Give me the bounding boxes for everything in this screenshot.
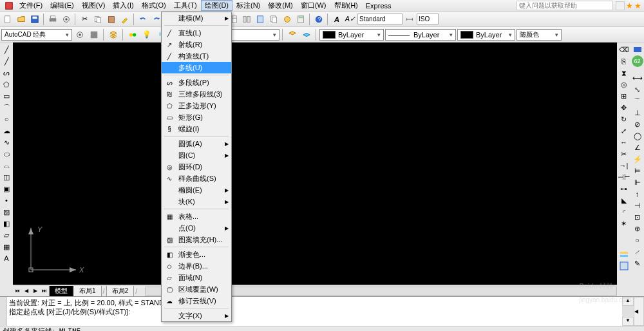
menu-file[interactable]: 文件(F) — [15, 0, 46, 11]
point-tool-icon[interactable]: • — [1, 194, 12, 206]
dim-style-icon[interactable] — [403, 13, 416, 26]
command-text[interactable]: 当前设置: 对正 = 上, 比例 = 20.00, 样式 = STANDARD … — [6, 297, 622, 326]
info-center-icon[interactable] — [616, 1, 625, 10]
trim-icon[interactable]: ✂ — [618, 148, 630, 160]
sheet-set-icon[interactable] — [267, 13, 280, 26]
dim-arc-icon[interactable]: ⌒ — [632, 95, 643, 107]
lineweight-dropdown[interactable]: ByLayer — [457, 29, 515, 41]
rect-tool-icon[interactable]: ▭ — [1, 90, 12, 102]
gradient-tool-icon[interactable]: ◧ — [1, 218, 12, 229]
tab-next-icon[interactable]: ▶ — [31, 287, 40, 296]
revcloud-tool-icon[interactable]: ☁ — [1, 125, 12, 137]
region-tool-icon[interactable]: ▱ — [1, 229, 12, 241]
cmd-scroll-up-icon[interactable]: ▲ — [622, 297, 634, 306]
workspace-save-icon[interactable] — [88, 28, 100, 41]
menu-rectangle[interactable]: ▭矩形(G) — [162, 111, 231, 123]
tab-last-icon[interactable]: ⏭ — [40, 287, 49, 296]
menu-xline[interactable]: ╱构造线(T) — [162, 50, 231, 62]
layer-prev-icon[interactable] — [286, 28, 299, 41]
menu-block[interactable]: 块(K)▶ — [162, 196, 231, 207]
center-mark-icon[interactable]: ⊕ — [632, 223, 643, 234]
new-icon[interactable] — [1, 13, 14, 26]
dim-diameter-icon[interactable]: ◯ — [632, 130, 643, 142]
menu-ellipse[interactable]: 椭圆(E)▶ — [162, 184, 231, 196]
menu-insert[interactable]: 插入(I) — [109, 0, 137, 11]
inspect-icon[interactable]: ○ — [632, 234, 643, 246]
menu-modeling[interactable]: 建模(M)▶ — [162, 12, 231, 24]
color-dropdown[interactable]: ByLayer — [319, 29, 384, 41]
match-prop-icon[interactable] — [118, 13, 131, 26]
menu-pline[interactable]: ᔕ多段线(P) — [162, 77, 231, 88]
xline-tool-icon[interactable]: ╱ — [1, 55, 12, 67]
markup-icon[interactable] — [281, 13, 294, 26]
mirror-icon[interactable]: ⧗ — [618, 67, 630, 79]
menu-spline[interactable]: ∿样条曲线(S) — [162, 173, 231, 184]
dim-aligned-icon[interactable]: ⤡ — [632, 84, 643, 95]
dim-ordinate-icon[interactable]: ⊥ — [632, 107, 643, 118]
polygon-tool-icon[interactable]: ⬠ — [1, 79, 12, 90]
cmd-hscroll-left-icon[interactable]: ◀ — [634, 297, 644, 326]
menu-express[interactable]: Express — [362, 1, 395, 10]
ellipse-tool-icon[interactable]: ⬭ — [1, 148, 12, 160]
menu-text[interactable]: 文字(X)▶ — [162, 310, 231, 321]
dim-continue-icon[interactable]: ⊩ — [632, 176, 643, 188]
hatch-tool-icon[interactable]: ▨ — [1, 206, 12, 218]
menu-tools[interactable]: 工具(T) — [170, 0, 201, 11]
menu-window[interactable]: 窗口(W) — [297, 0, 330, 11]
undo-icon[interactable] — [137, 13, 149, 26]
copy-obj-icon[interactable]: ⎘ — [618, 55, 630, 67]
make-block-tool-icon[interactable]: ▣ — [1, 183, 12, 194]
menu-boundary[interactable]: ◇边界(B)... — [162, 260, 231, 272]
plot-style-dropdown[interactable]: 随颜色 — [516, 29, 562, 41]
layer-manager-icon[interactable] — [107, 28, 120, 41]
menu-format[interactable]: 格式(O) — [138, 0, 170, 11]
erase-icon[interactable]: ⌫ — [618, 44, 630, 55]
menu-table[interactable]: ▦表格... — [162, 211, 231, 222]
workspace-settings-icon[interactable] — [73, 28, 86, 41]
textstyle-icon[interactable]: A — [330, 13, 343, 26]
favorite-icon[interactable]: ★ — [634, 1, 641, 10]
move-icon[interactable]: ✥ — [618, 102, 630, 113]
menu-point[interactable]: 点(O)▶ — [162, 222, 231, 234]
insert-block-tool-icon[interactable]: ◫ — [1, 171, 12, 183]
dim-radius-icon[interactable]: ⊘ — [632, 118, 643, 130]
plot-preview-icon[interactable] — [60, 13, 73, 26]
text-style-dropdown[interactable]: Standard — [357, 14, 402, 24]
tolerance-icon[interactable]: ⊡ — [632, 211, 643, 223]
menu-modify[interactable]: 修改(M) — [264, 0, 297, 11]
dim-edit-icon[interactable]: ✎ — [632, 258, 643, 269]
arc-tool-icon[interactable]: ⌒ — [1, 102, 12, 113]
cmd-scroll-down-icon[interactable]: ▼ — [622, 317, 634, 326]
menu-polygon[interactable]: ⬠正多边形(Y) — [162, 100, 231, 111]
command-resize-handle[interactable] — [0, 297, 6, 326]
mtext-tool-icon[interactable]: A — [1, 252, 12, 264]
tab-layout2[interactable]: 布局2 — [106, 286, 135, 296]
menu-gradient[interactable]: ◧渐变色... — [162, 249, 231, 260]
dim-break-icon[interactable]: ⊣ — [632, 200, 643, 211]
rotate-icon[interactable]: ↻ — [618, 113, 630, 125]
chamfer-icon[interactable]: ◣ — [618, 194, 630, 206]
dim-angular-icon[interactable]: ∠ — [632, 142, 643, 153]
spline-tool-icon[interactable]: ∿ — [1, 137, 12, 148]
stretch-icon[interactable]: ↔ — [618, 137, 630, 148]
menu-dimension[interactable]: 标注(N) — [232, 0, 264, 11]
design-center-icon[interactable] — [240, 13, 253, 26]
menu-revcloud[interactable]: ☁修订云线(V) — [162, 295, 231, 307]
layer-tool2-icon[interactable] — [618, 260, 630, 272]
pline-tool-icon[interactable]: ᔕ — [1, 67, 12, 79]
layer-states-icon[interactable] — [126, 28, 139, 41]
menu-edit[interactable]: 编辑(E) — [46, 0, 78, 11]
cmd-scroll-track[interactable] — [622, 306, 634, 317]
jogged-icon[interactable]: ⟋ — [632, 246, 643, 258]
cut-icon[interactable]: ✂ — [78, 13, 91, 26]
print-icon[interactable] — [46, 13, 59, 26]
linetype-dropdown[interactable]: ———ByLayer — [385, 29, 456, 41]
favorite-icon[interactable]: ★ — [626, 1, 633, 10]
paste-icon[interactable] — [105, 13, 118, 26]
layer-iso-icon[interactable] — [300, 28, 313, 41]
green-badge-icon[interactable]: 62 — [632, 55, 643, 67]
extend-icon[interactable]: →| — [618, 160, 630, 171]
drawing-canvas[interactable]: Y X — [13, 43, 617, 285]
menu-ray[interactable]: ↗射线(R) — [162, 39, 231, 50]
menu-helix[interactable]: §螺旋(I) — [162, 123, 231, 135]
